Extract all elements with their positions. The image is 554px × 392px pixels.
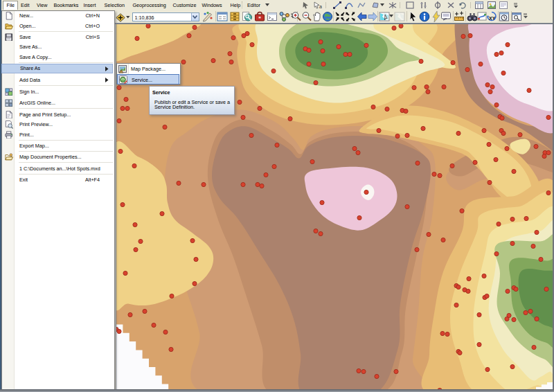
svg-text:XY: XY	[489, 16, 496, 21]
svg-text:a: a	[319, 4, 322, 9]
